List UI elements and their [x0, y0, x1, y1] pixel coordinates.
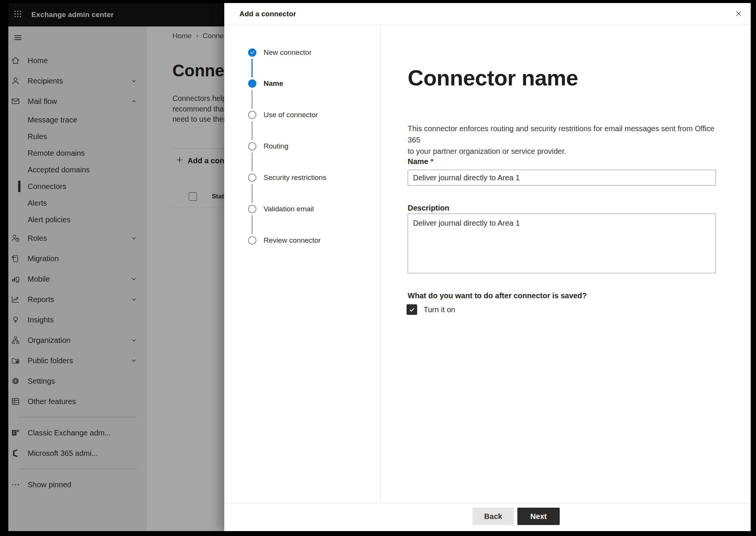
- close-icon: [734, 9, 743, 19]
- wizard-step-label: Validation email: [264, 205, 314, 213]
- after-save-question: What do you want to do after connector i…: [408, 291, 587, 300]
- turn-it-on-checkbox[interactable]: [407, 304, 417, 315]
- wizard-step-routing[interactable]: Routing: [248, 142, 289, 150]
- step-circle-icon: [248, 236, 256, 245]
- wizard-step-label: Review connector: [264, 236, 321, 245]
- description-field-label: Description: [408, 204, 449, 212]
- next-button[interactable]: Next: [517, 508, 560, 525]
- turn-it-on-option[interactable]: Turn it on: [407, 304, 455, 315]
- add-connector-dialog: Add a connector New connectorNameUse of …: [224, 3, 751, 531]
- wizard-step-review-connector[interactable]: Review connector: [248, 236, 321, 245]
- wizard-step-validation-email[interactable]: Validation email: [248, 205, 314, 213]
- step-connector-line: [251, 184, 253, 203]
- wizard-step-use-of-connector[interactable]: Use of connector: [248, 111, 318, 119]
- close-button[interactable]: [733, 8, 745, 20]
- description-label-text: Description: [408, 204, 449, 212]
- step-connector-line: [251, 59, 253, 77]
- wizard-step-new-connector[interactable]: New connector: [248, 48, 312, 57]
- wizard-step-label: Routing: [264, 142, 289, 150]
- footer-divider: [224, 503, 751, 503]
- step-circle-icon: [248, 79, 256, 88]
- required-asterisk: *: [430, 157, 433, 166]
- step-connector-line: [251, 90, 253, 109]
- step-connector-line: [251, 215, 253, 234]
- name-label-text: Name: [408, 157, 428, 166]
- description-textarea[interactable]: Deliver journal directly to Area 1: [408, 214, 716, 273]
- dialog-header: Add a connector: [224, 3, 751, 25]
- wizard-step-label: Use of connector: [264, 111, 318, 119]
- step-connector-line: [251, 152, 253, 172]
- step-description: This connector enforces routing and secu…: [408, 123, 718, 157]
- dialog-title: Add a connector: [239, 3, 296, 25]
- wizard-step-label: Security restrictions: [264, 174, 326, 182]
- screen: Exchange admin center HomeRecipientsMail…: [0, 0, 756, 536]
- wizard-step-label: New connector: [264, 48, 312, 57]
- step-circle-icon: [248, 174, 256, 182]
- step-circle-icon: [248, 205, 256, 213]
- step-circle-icon: [248, 142, 256, 150]
- step-circle-icon: [248, 111, 256, 119]
- wizard-step-security-restrictions[interactable]: Security restrictions: [248, 174, 326, 182]
- exchange-admin-center-window: Exchange admin center HomeRecipientsMail…: [8, 3, 751, 531]
- step-completed-check-icon: [248, 48, 256, 57]
- name-field-label: Name *: [408, 157, 433, 166]
- step-heading: Connector name: [408, 65, 578, 90]
- wizard-step-label: Name: [264, 79, 283, 88]
- wizard-steps: New connectorNameUse of connectorRouting…: [224, 25, 381, 503]
- turn-it-on-label: Turn it on: [424, 305, 455, 314]
- wizard-step-name[interactable]: Name: [248, 79, 283, 88]
- step-connector-line: [251, 121, 253, 140]
- name-input[interactable]: [408, 170, 716, 186]
- back-button[interactable]: Back: [472, 508, 514, 525]
